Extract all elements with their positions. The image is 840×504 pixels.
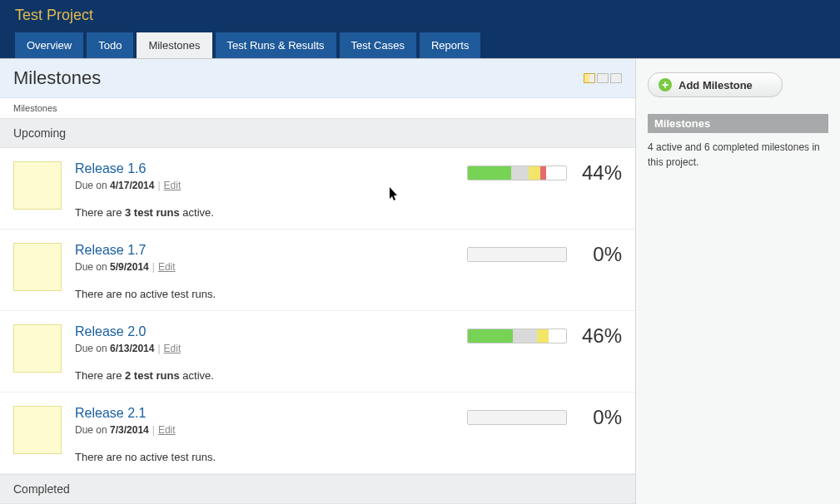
milestone-meta: Due on 6/13/2014|Edit xyxy=(75,343,447,354)
progress-percent: 46% xyxy=(579,324,622,348)
milestone-runs-summary: There are 3 test runs active. xyxy=(75,206,447,219)
milestone-progress: 46% xyxy=(447,324,622,348)
add-milestone-button[interactable]: + Add Milestone xyxy=(648,72,783,97)
progress-segment xyxy=(549,329,566,343)
milestone-thumbnail[interactable] xyxy=(13,324,62,373)
section-upcoming: Upcoming xyxy=(0,118,635,148)
progress-bar[interactable] xyxy=(467,247,567,262)
milestone-row: Release 2.1Due on 7/3/2014|EditThere are… xyxy=(0,393,635,474)
milestone-thumbnail[interactable] xyxy=(13,406,62,454)
milestone-row: Release 1.7Due on 5/9/2014|EditThere are… xyxy=(0,230,635,311)
progress-segment xyxy=(540,166,546,180)
sidebar-milestones-section: Milestones 4 active and 6 completed mile… xyxy=(648,114,828,170)
section-completed: Completed xyxy=(0,474,635,504)
progress-segment xyxy=(468,248,566,261)
add-milestone-label: Add Milestone xyxy=(678,79,753,91)
progress-percent: 0% xyxy=(579,406,622,429)
plus-icon: + xyxy=(659,78,672,91)
page-header: Milestones xyxy=(0,59,635,98)
progress-segment xyxy=(546,166,566,180)
tab-reports[interactable]: Reports xyxy=(420,32,481,58)
main-tabs: OverviewTodoMilestonesTest Runs & Result… xyxy=(15,32,825,58)
milestone-meta: Due on 7/3/2014|Edit xyxy=(75,424,447,436)
milestone-runs-summary: There are no active test runs. xyxy=(75,451,447,463)
milestone-runs-summary: There are no active test runs. xyxy=(75,288,447,300)
due-prefix: Due on xyxy=(75,180,110,191)
milestone-title-link[interactable]: Release 1.6 xyxy=(75,161,146,175)
milestones-list: Release 1.6Due on 4/17/2014|EditThere ar… xyxy=(0,148,635,474)
progress-segment xyxy=(468,166,511,180)
due-prefix: Due on xyxy=(75,424,110,436)
milestone-progress: 0% xyxy=(447,406,622,429)
milestone-progress: 0% xyxy=(447,243,622,266)
milestone-thumbnail[interactable] xyxy=(13,161,62,210)
milestone-title-link[interactable]: Release 2.0 xyxy=(75,324,146,338)
edit-link[interactable]: Edit xyxy=(164,343,181,354)
milestone-body: Release 1.6Due on 4/17/2014|EditThere ar… xyxy=(75,161,447,219)
due-date: 6/13/2014 xyxy=(110,343,154,354)
separator: | xyxy=(157,180,160,191)
milestone-body: Release 1.7Due on 5/9/2014|EditThere are… xyxy=(75,243,447,300)
progress-segment xyxy=(537,329,549,343)
view-toggle-list[interactable] xyxy=(597,73,609,83)
sidebar: + Add Milestone Milestones 4 active and … xyxy=(636,59,840,504)
progress-bar[interactable] xyxy=(467,329,567,343)
edit-link[interactable]: Edit xyxy=(158,424,176,436)
separator: | xyxy=(152,261,155,273)
view-toggle-compact[interactable] xyxy=(610,73,622,83)
milestone-body: Release 2.0Due on 6/13/2014|EditThere ar… xyxy=(75,324,447,382)
due-date: 5/9/2014 xyxy=(110,261,149,273)
breadcrumb[interactable]: Milestones xyxy=(0,98,635,118)
project-title[interactable]: Test Project xyxy=(15,0,825,32)
due-prefix: Due on xyxy=(75,261,110,273)
progress-percent: 0% xyxy=(579,243,622,266)
milestone-title-link[interactable]: Release 1.7 xyxy=(75,243,146,257)
milestone-meta: Due on 4/17/2014|Edit xyxy=(75,180,447,191)
view-toggle-card[interactable] xyxy=(584,73,595,83)
separator: | xyxy=(152,424,155,436)
sidebar-summary: 4 active and 6 completed milestones in t… xyxy=(648,140,828,170)
main-layout: Milestones Milestones Upcoming Release 1… xyxy=(0,58,840,504)
main-content: Milestones Milestones Upcoming Release 1… xyxy=(0,59,636,504)
progress-segment xyxy=(529,166,540,180)
milestone-progress: 44% xyxy=(447,161,622,185)
sidebar-section-label: Milestones xyxy=(648,114,828,133)
tab-todo[interactable]: Todo xyxy=(87,32,133,58)
due-date: 4/17/2014 xyxy=(110,180,154,191)
progress-segment xyxy=(513,329,536,343)
due-date: 7/3/2014 xyxy=(110,424,149,436)
app-header: Test Project OverviewTodoMilestonesTest … xyxy=(0,0,840,58)
milestone-body: Release 2.1Due on 7/3/2014|EditThere are… xyxy=(75,406,447,463)
edit-link[interactable]: Edit xyxy=(158,261,176,273)
tab-test-runs-results[interactable]: Test Runs & Results xyxy=(216,32,336,58)
milestone-title-link[interactable]: Release 2.1 xyxy=(75,406,146,420)
view-toggle-group xyxy=(584,73,622,83)
tab-milestones[interactable]: Milestones xyxy=(137,32,211,58)
milestone-row: Release 2.0Due on 6/13/2014|EditThere ar… xyxy=(0,311,635,393)
progress-segment xyxy=(511,166,529,180)
progress-segment xyxy=(468,411,566,424)
progress-bar[interactable] xyxy=(467,410,567,425)
progress-percent: 44% xyxy=(579,161,622,185)
tab-test-cases[interactable]: Test Cases xyxy=(340,32,416,58)
milestone-runs-summary: There are 2 test runs active. xyxy=(75,369,447,382)
due-prefix: Due on xyxy=(75,343,110,354)
progress-segment xyxy=(468,329,513,343)
milestone-thumbnail[interactable] xyxy=(13,243,62,291)
page-title: Milestones xyxy=(13,67,101,89)
separator: | xyxy=(157,343,160,354)
edit-link[interactable]: Edit xyxy=(164,180,181,191)
milestone-row: Release 1.6Due on 4/17/2014|EditThere ar… xyxy=(0,148,635,230)
tab-overview[interactable]: Overview xyxy=(15,32,83,58)
progress-bar[interactable] xyxy=(467,166,567,180)
milestone-meta: Due on 5/9/2014|Edit xyxy=(75,261,447,273)
